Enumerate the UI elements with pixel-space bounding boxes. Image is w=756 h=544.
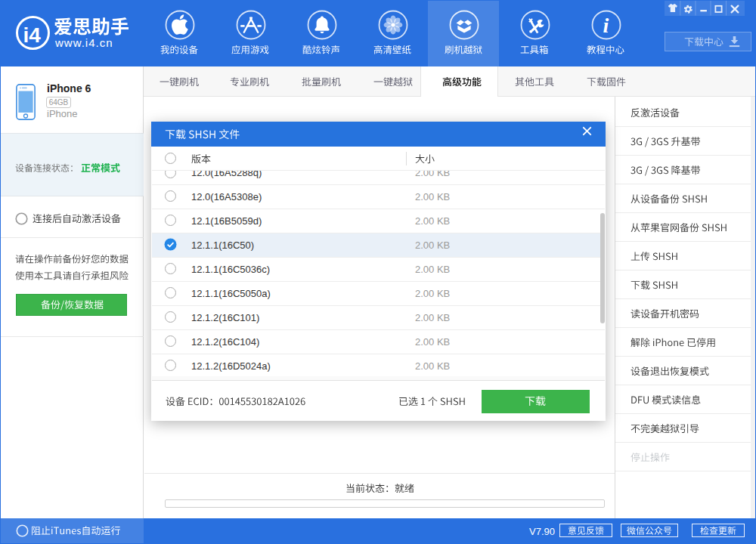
- svg-text:i4: i4: [23, 23, 42, 47]
- svg-text:i: i: [603, 14, 609, 37]
